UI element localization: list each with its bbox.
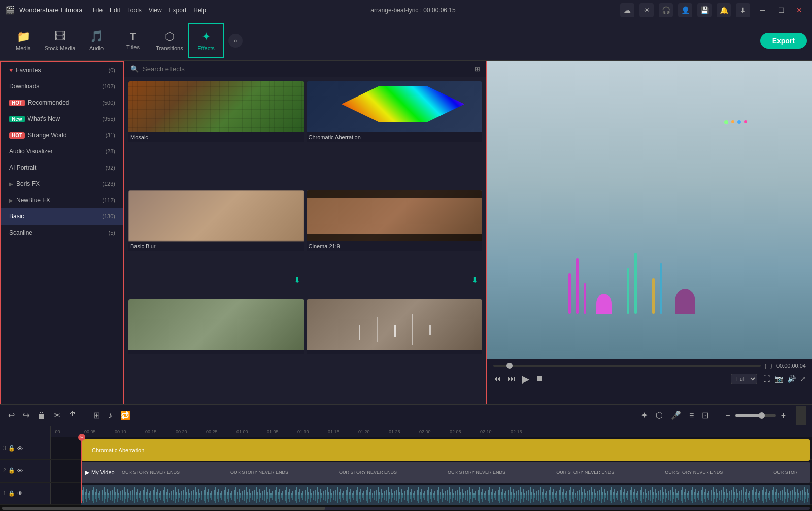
multicam-button[interactable]: ⊞ bbox=[91, 408, 102, 422]
tool-media[interactable]: 📁 Media bbox=[5, 23, 42, 58]
user-icon[interactable]: 👤 bbox=[678, 3, 692, 17]
tool-audio[interactable]: 🎵 Audio bbox=[78, 23, 115, 58]
effect-item-cinema[interactable]: ⬇ Cinema 21:9 bbox=[307, 190, 483, 298]
tool-effects[interactable]: ✦ Effects bbox=[188, 23, 224, 58]
playhead[interactable]: ✂ bbox=[81, 437, 82, 503]
undo-button[interactable]: ↩ bbox=[6, 408, 17, 422]
sidebar-item-recommended[interactable]: HOT Recommended (500) bbox=[1, 94, 123, 111]
grid-view-icon[interactable]: ⊞ bbox=[475, 65, 480, 73]
sidebar-item-scanline[interactable]: Scanline (5) bbox=[1, 225, 123, 241]
audio-waveform-svg bbox=[81, 485, 810, 505]
track-eye-2[interactable]: 👁 bbox=[17, 468, 23, 474]
expand-preview-icon[interactable]: ⤢ bbox=[800, 375, 806, 383]
export-button[interactable]: Export bbox=[760, 33, 807, 49]
volume-icon[interactable]: 🔊 bbox=[787, 375, 796, 383]
menu-view[interactable]: View bbox=[149, 7, 162, 14]
step-back-button[interactable]: ⏭ bbox=[507, 374, 516, 384]
toolbar-expand-button[interactable]: » bbox=[228, 34, 243, 48]
timecode-display: 00:00:00:04 bbox=[776, 363, 806, 369]
menu-help[interactable]: Help bbox=[193, 7, 206, 14]
mic-icon[interactable]: 🎤 bbox=[669, 408, 683, 422]
menu-export[interactable]: Export bbox=[169, 7, 187, 14]
track-lock-3[interactable]: 🔒 bbox=[8, 445, 15, 452]
zoom-slider-thumb[interactable] bbox=[759, 412, 765, 419]
playhead-head[interactable]: ✂ bbox=[78, 434, 85, 441]
snap-icon[interactable]: ⊡ bbox=[700, 408, 710, 422]
tool-stock[interactable]: 🎞 Stock Media bbox=[42, 23, 78, 58]
zoom-slider[interactable] bbox=[735, 414, 776, 417]
effect-item-5[interactable] bbox=[128, 299, 304, 400]
save-icon[interactable]: 💾 bbox=[697, 3, 712, 17]
skip-to-start-button[interactable]: ⏮ bbox=[493, 374, 501, 384]
zoom-in-button[interactable]: + bbox=[779, 409, 788, 422]
notification-icon[interactable]: 🔔 bbox=[717, 3, 731, 17]
beat-sync-button[interactable]: ♪ bbox=[106, 409, 114, 422]
track-lock-2[interactable]: 🔒 bbox=[8, 467, 15, 474]
multitrack-icon[interactable]: ≡ bbox=[687, 409, 696, 422]
ruler-tick-11: 01:25 bbox=[388, 429, 418, 434]
track-lock-1[interactable]: 🔒 bbox=[8, 490, 15, 497]
speed-button[interactable]: ⏱ bbox=[66, 409, 79, 422]
scrubber-track[interactable] bbox=[493, 365, 761, 367]
scrubber-thumb[interactable] bbox=[506, 363, 513, 369]
delete-button[interactable]: 🗑 bbox=[36, 409, 48, 422]
tool-transitions[interactable]: ⬡ Transitions bbox=[151, 23, 188, 58]
effects-track-icon[interactable]: ✦ bbox=[639, 408, 650, 422]
track-content-2: ▶ My Video OUR STORY NEVER ENDS OUR STOR… bbox=[51, 460, 812, 482]
mark-in-icon[interactable]: { bbox=[765, 363, 767, 369]
effect-item-mosaic[interactable]: Mosaic bbox=[128, 81, 304, 188]
zoom-out-button[interactable]: − bbox=[723, 409, 732, 422]
app-name: Wondershare Filmora bbox=[19, 6, 83, 14]
menu-tools[interactable]: Tools bbox=[127, 7, 142, 14]
cut-button[interactable]: ✂ bbox=[52, 408, 62, 422]
chromatic-aberration-clip[interactable]: + Chromatic Aberration bbox=[81, 439, 810, 461]
preview-stem-1 bbox=[568, 273, 571, 314]
headphone-icon[interactable]: 🎧 bbox=[659, 3, 673, 17]
video-clip[interactable]: ▶ My Video OUR STORY NEVER ENDS OUR STOR… bbox=[81, 462, 810, 483]
scrollbar-track[interactable] bbox=[2, 507, 810, 510]
ruler-tick-0: :00 bbox=[53, 429, 83, 434]
zoom-slider-fill bbox=[735, 414, 760, 417]
sidebar-item-basic[interactable]: Basic (130) bbox=[1, 208, 123, 225]
menu-file[interactable]: File bbox=[93, 7, 103, 14]
timeline-ruler: :00 00:05 00:10 00:15 00:20 00:25 01:00 … bbox=[51, 426, 812, 437]
redo-button[interactable]: ↪ bbox=[21, 408, 31, 422]
quality-select[interactable]: Full bbox=[731, 374, 757, 384]
sidebar-item-audio-visualizer[interactable]: Audio Visualizer (28) bbox=[1, 143, 123, 159]
effect-item-basic-blur[interactable]: ⬇ Basic Blur bbox=[128, 190, 304, 298]
tool-titles[interactable]: T Titles bbox=[115, 23, 151, 58]
sidebar-item-ai-portrait[interactable]: AI Portrait (92) bbox=[1, 159, 123, 176]
maximize-button[interactable]: ☐ bbox=[773, 3, 789, 17]
sidebar-item-strange-world[interactable]: HOT Strange World (31) bbox=[1, 127, 123, 143]
loop-button[interactable]: 🔁 bbox=[118, 408, 132, 422]
track-eye-3[interactable]: 👁 bbox=[17, 445, 23, 452]
sun-icon[interactable]: ☀ bbox=[639, 3, 654, 17]
mask-icon[interactable]: ⬡ bbox=[654, 408, 665, 422]
effect-item-chromatic[interactable]: Chromatic Aberration bbox=[307, 81, 483, 188]
scrollbar-thumb[interactable] bbox=[2, 507, 325, 510]
mark-out-icon[interactable]: } bbox=[770, 363, 772, 369]
play-button[interactable]: ▶ bbox=[522, 373, 529, 385]
stop-button[interactable]: ⏹ bbox=[535, 374, 544, 384]
effects-grid: Mosaic Chromatic Aberration ⬇ Basic Blur… bbox=[124, 77, 486, 404]
audio-clip[interactable] bbox=[81, 485, 810, 505]
menu-edit[interactable]: Edit bbox=[110, 7, 120, 14]
effect-item-6[interactable] bbox=[307, 299, 483, 400]
camera-screenshot-icon[interactable]: 📷 bbox=[774, 375, 783, 383]
sidebar-label-boris-fx: Boris FX bbox=[16, 180, 102, 187]
timeline-scrollbar[interactable] bbox=[0, 505, 812, 511]
minimize-button[interactable]: ─ bbox=[755, 3, 770, 17]
sidebar-item-downloads[interactable]: Downloads (102) bbox=[1, 78, 123, 94]
track-eye-1[interactable]: 👁 bbox=[17, 490, 23, 496]
download-icon[interactable]: ⬇ bbox=[736, 3, 750, 17]
sidebar-item-favorites[interactable]: ♥ Favorites (0) bbox=[1, 62, 123, 78]
close-button[interactable]: ✕ bbox=[792, 3, 807, 17]
cloud-icon[interactable]: ☁ bbox=[620, 3, 634, 17]
sidebar-item-boris-fx[interactable]: ▶ Boris FX (123) bbox=[1, 176, 123, 192]
preview-scrubber[interactable]: { } 00:00:00:04 bbox=[493, 363, 806, 369]
sidebar-item-newblue-fx[interactable]: ▶ NewBlue FX (112) bbox=[1, 192, 123, 208]
fullscreen-toggle-icon[interactable]: ⛶ bbox=[763, 375, 770, 383]
video-clip-label: My Video bbox=[91, 469, 115, 475]
sidebar-item-whats-new[interactable]: New What's New (955) bbox=[1, 111, 123, 127]
search-input[interactable] bbox=[143, 65, 470, 73]
